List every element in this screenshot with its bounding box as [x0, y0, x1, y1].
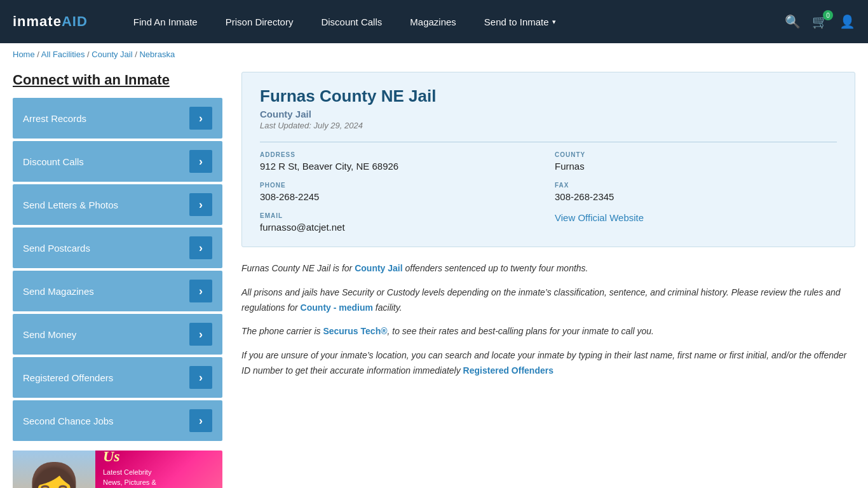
nav-find-inmate[interactable]: Find An Inmate	[119, 0, 212, 43]
ad-logo: Us	[103, 451, 156, 465]
breadcrumb-county-jail[interactable]: County Jail	[92, 50, 132, 59]
info-address: ADDRESS 912 R St, Beaver City, NE 68926	[260, 151, 542, 172]
description-para2: All prisons and jails have Security or C…	[241, 285, 855, 316]
phone-label: PHONE	[260, 182, 542, 189]
cart-icon[interactable]: 🛒 0	[812, 14, 828, 29]
search-icon[interactable]: 🔍	[785, 14, 801, 29]
logo[interactable]: inmateAID	[13, 13, 88, 30]
sidebar-arrow-send-magazines: ›	[189, 280, 212, 302]
sidebar-arrow-send-letters: ›	[189, 193, 212, 216]
info-phone: PHONE 308-268-2245	[260, 182, 542, 202]
sidebar-item-send-postcards[interactable]: Send Postcards ›	[13, 227, 222, 268]
facility-description: Furnas County NE Jail is for County Jail…	[241, 261, 855, 379]
info-fax: FAX 308-268-2345	[555, 182, 837, 202]
sidebar-item-second-chance-jobs[interactable]: Second Chance Jobs ›	[13, 400, 222, 441]
facility-divider	[260, 142, 837, 142]
ad-banner[interactable]: 👩 Us Latest CelebrityNews, Pictures &Ent…	[13, 451, 222, 488]
main-nav: Find An Inmate Prison Directory Discount…	[119, 0, 766, 43]
nav-discount-calls[interactable]: Discount Calls	[307, 0, 396, 43]
sidebar-menu: Arrest Records › Discount Calls › Send L…	[13, 98, 222, 441]
nav-prison-directory[interactable]: Prison Directory	[212, 0, 308, 43]
securus-tech-link[interactable]: Securus Tech®	[323, 326, 387, 336]
cart-badge: 0	[823, 10, 833, 20]
sidebar-item-registered-offenders[interactable]: Registered Offenders ›	[13, 357, 222, 398]
main-content: Furnas County NE Jail County Jail Last U…	[241, 72, 855, 488]
description-para4: If you are unsure of your inmate’s locat…	[241, 348, 855, 379]
sidebar-item-send-letters[interactable]: Send Letters & Photos ›	[13, 184, 222, 225]
registered-offenders-link[interactable]: Registered Offenders	[463, 365, 553, 376]
county-label: COUNTY	[555, 151, 837, 158]
sidebar-title: Connect with an Inmate	[13, 72, 222, 88]
ad-image: 👩	[13, 451, 95, 488]
description-para3: The phone carrier is Securus Tech®, to s…	[241, 324, 855, 339]
facility-card: Furnas County NE Jail County Jail Last U…	[241, 72, 855, 247]
sidebar-arrow-registered-offenders: ›	[189, 366, 212, 389]
description-para1: Furnas County NE Jail is for County Jail…	[241, 261, 855, 276]
facility-last-updated: Last Updated: July 29, 2024	[260, 121, 837, 130]
facility-info-grid: ADDRESS 912 R St, Beaver City, NE 68926 …	[260, 151, 837, 233]
breadcrumb-home[interactable]: Home	[13, 50, 35, 59]
sidebar-arrow-send-postcards: ›	[189, 236, 212, 259]
info-email: EMAIL furnasso@atcjet.net	[260, 212, 542, 233]
nav-send-to-inmate[interactable]: Send to Inmate ▾	[470, 0, 570, 43]
facility-name: Furnas County NE Jail	[260, 86, 837, 106]
ad-tagline: Latest CelebrityNews, Pictures &Entertai…	[103, 468, 156, 488]
header-icons: 🔍 🛒 0 👤	[785, 14, 855, 29]
address-value: 912 R St, Beaver City, NE 68926	[260, 161, 542, 172]
sidebar-item-send-magazines[interactable]: Send Magazines ›	[13, 271, 222, 311]
phone-value: 308-268-2245	[260, 191, 542, 202]
county-value: Furnas	[555, 161, 837, 172]
sidebar-item-arrest-records[interactable]: Arrest Records ›	[13, 98, 222, 139]
fax-value: 308-268-2345	[555, 191, 837, 202]
info-website: View Official Website	[555, 212, 837, 233]
logo-text: inmateAID	[13, 13, 88, 30]
email-value: furnasso@atcjet.net	[260, 222, 542, 233]
send-to-inmate-chevron: ▾	[552, 18, 556, 26]
sidebar-arrow-second-chance-jobs: ›	[189, 409, 212, 432]
info-county: COUNTY Furnas	[555, 151, 837, 172]
sidebar-arrow-arrest-records: ›	[189, 107, 212, 130]
main-layout: Connect with an Inmate Arrest Records › …	[0, 65, 868, 488]
ad-content: Us Latest CelebrityNews, Pictures &Enter…	[95, 451, 164, 488]
email-label: EMAIL	[260, 212, 542, 219]
sidebar-item-send-money[interactable]: Send Money ›	[13, 314, 222, 355]
fax-label: FAX	[555, 182, 837, 189]
sidebar-item-discount-calls[interactable]: Discount Calls ›	[13, 141, 222, 182]
website-link[interactable]: View Official Website	[555, 212, 644, 223]
breadcrumb-all-facilities[interactable]: All Facilities	[41, 50, 85, 59]
address-label: ADDRESS	[260, 151, 542, 158]
user-icon[interactable]: 👤	[839, 14, 855, 29]
county-jail-link[interactable]: County Jail	[355, 263, 402, 273]
facility-type: County Jail	[260, 109, 837, 119]
sidebar: Connect with an Inmate Arrest Records › …	[13, 72, 222, 488]
county-medium-link[interactable]: County - medium	[301, 302, 373, 313]
breadcrumb: Home / All Facilities / County Jail / Ne…	[0, 43, 868, 65]
header: inmateAID Find An Inmate Prison Director…	[0, 0, 868, 43]
nav-magazines[interactable]: Magazines	[396, 0, 470, 43]
breadcrumb-nebraska[interactable]: Nebraska	[139, 50, 175, 59]
sidebar-arrow-discount-calls: ›	[189, 150, 212, 173]
sidebar-arrow-send-money: ›	[189, 323, 212, 346]
